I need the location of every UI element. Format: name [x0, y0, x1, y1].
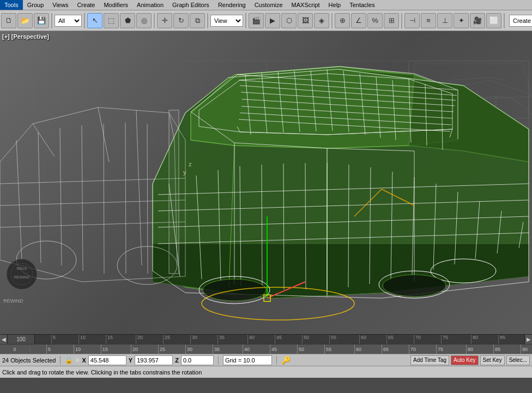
menu-customize[interactable]: Customize — [250, 0, 287, 10]
add-time-tag-btn[interactable]: Add Time Tag — [410, 355, 449, 365]
menu-help[interactable]: Help — [324, 0, 346, 10]
status-sep1 — [60, 356, 61, 365]
set-key-btn[interactable]: Set Key — [480, 355, 505, 365]
menu-graph-editors[interactable]: Graph Editors — [168, 0, 214, 10]
new-scene-btn[interactable]: 🗋 — [1, 13, 16, 28]
open-btn[interactable]: 📂 — [17, 13, 33, 28]
percent-snap-btn[interactable]: % — [367, 13, 383, 28]
sep6 — [331, 13, 332, 28]
save-btn[interactable]: 💾 — [34, 13, 49, 28]
timeline-start-btn[interactable]: ◀ — [0, 335, 8, 344]
sep1 — [51, 13, 52, 28]
sep3 — [154, 13, 155, 28]
view-dropdown[interactable]: View — [210, 15, 243, 27]
coord-icon: ⊕ — [75, 357, 80, 363]
svg-text:REWIND: REWIND — [3, 298, 23, 304]
spinner-snap-btn[interactable]: ⊞ — [384, 13, 399, 28]
create-selection-set-input[interactable] — [509, 15, 532, 27]
timeline-end-btn[interactable]: ▶ — [524, 335, 532, 344]
menu-create[interactable]: Create — [72, 0, 99, 10]
objects-selected-label: 24 Objects Selected — [2, 357, 56, 364]
select-paint-btn[interactable]: ◎ — [136, 13, 152, 28]
y-label: Y — [129, 357, 132, 364]
move-btn[interactable]: ✛ — [157, 13, 172, 28]
timeline-scroll[interactable]: 51015202530354045505560657075808590 — [35, 335, 524, 344]
place-highlight-btn[interactable]: ✦ — [454, 13, 469, 28]
svg-text:WALK: WALK — [16, 267, 27, 270]
status-right-buttons: Add Time Tag Auto Key Set Key Selec... — [410, 355, 530, 365]
menu-animation[interactable]: Animation — [132, 0, 168, 10]
select-region-btn[interactable]: ⬚ — [104, 13, 119, 28]
menu-maxscript[interactable]: MAXScript — [287, 0, 324, 10]
viewport-gizmo: WALK REWIND — [5, 258, 38, 291]
grid-input[interactable] — [223, 355, 272, 365]
menu-bar: Tools Group Views Create Modifiers Anima… — [0, 0, 532, 10]
lock-icon[interactable]: 🔒 — [65, 356, 73, 364]
mirror-btn[interactable]: ⊣ — [404, 13, 420, 28]
timeline-area: ◀ 100 5101520253035404550556065707580859… — [0, 334, 532, 344]
menu-rendering[interactable]: Rendering — [214, 0, 250, 10]
y-coord-input[interactable] — [135, 355, 173, 365]
toolbar: 🗋 📂 💾 All ↖ ⬚ ⬟ ◎ ✛ ↻ ⧉ View 🎬 ▶ ⬡ 🖼 ◈ ⊕… — [0, 10, 532, 31]
viewport[interactable]: z y REWIND WALK REWIND [+] [Perspective] — [0, 31, 532, 334]
render-setup-btn[interactable]: 🎬 — [249, 13, 264, 28]
sep8 — [504, 13, 505, 28]
menu-modifiers[interactable]: Modifiers — [99, 0, 132, 10]
x-coord-input[interactable] — [88, 355, 126, 365]
svg-point-27 — [7, 259, 37, 289]
svg-text:y: y — [183, 169, 186, 176]
select-type-dropdown[interactable]: All — [55, 15, 82, 27]
z-coord-input[interactable] — [181, 355, 214, 365]
svg-text:z: z — [189, 161, 192, 167]
normal-align-btn[interactable]: ⊥ — [437, 13, 452, 28]
snap-toggle-btn[interactable]: ⊕ — [335, 13, 350, 28]
align-view-btn[interactable]: ⬜ — [486, 13, 501, 28]
sep5 — [245, 13, 246, 28]
sep2 — [84, 13, 85, 28]
create-selection-set-container: ▼ — [509, 15, 532, 27]
render-frame-btn[interactable]: 🖼 — [298, 13, 313, 28]
align-btn[interactable]: ≡ — [421, 13, 436, 28]
info-bar: Click and drag to rotate the view. Click… — [0, 366, 532, 378]
align-camera-btn[interactable]: 🎥 — [470, 13, 485, 28]
key-icon: 🔑 — [281, 356, 291, 365]
status-bar: 24 Objects Selected 🔒 ⊕ X Y Z 🔑 Add Time… — [0, 354, 532, 366]
render-btn[interactable]: ▶ — [265, 13, 280, 28]
status-sep3 — [276, 356, 277, 365]
status-sep2 — [218, 356, 219, 365]
auto-key-btn[interactable]: Auto Key — [451, 355, 479, 365]
scale-btn[interactable]: ⧉ — [190, 13, 205, 28]
x-label: X — [82, 357, 86, 364]
svg-text:REWIND: REWIND — [14, 275, 29, 279]
info-message: Click and drag to rotate the view. Click… — [2, 369, 530, 376]
svg-rect-12 — [169, 110, 179, 274]
select-btn[interactable]: ↖ — [87, 13, 102, 28]
quick-render-btn[interactable]: ⬡ — [281, 13, 297, 28]
menu-group[interactable]: Group — [23, 0, 49, 10]
menu-views[interactable]: Views — [48, 0, 72, 10]
svg-point-17 — [383, 275, 446, 297]
active-shade-btn[interactable]: ◈ — [314, 13, 329, 28]
viewport-label: [+] [Perspective] — [2, 33, 49, 40]
select-filter-btn[interactable]: Selec... — [506, 355, 530, 365]
car-wireframe-svg: z y REWIND — [0, 31, 532, 334]
menu-tools[interactable]: Tools — [0, 0, 23, 10]
current-frame-display: 100 — [16, 336, 26, 342]
frame-ruler: 0 51015202530354045505560657075808590 — [0, 344, 532, 354]
menu-tentacles[interactable]: Tentacles — [345, 0, 379, 10]
sep7 — [401, 13, 402, 28]
angle-snap-btn[interactable]: ∠ — [351, 13, 366, 28]
sep4 — [207, 13, 208, 28]
rotate-btn[interactable]: ↻ — [173, 13, 189, 28]
select-lasso-btn[interactable]: ⬟ — [120, 13, 135, 28]
z-label: Z — [175, 357, 179, 364]
